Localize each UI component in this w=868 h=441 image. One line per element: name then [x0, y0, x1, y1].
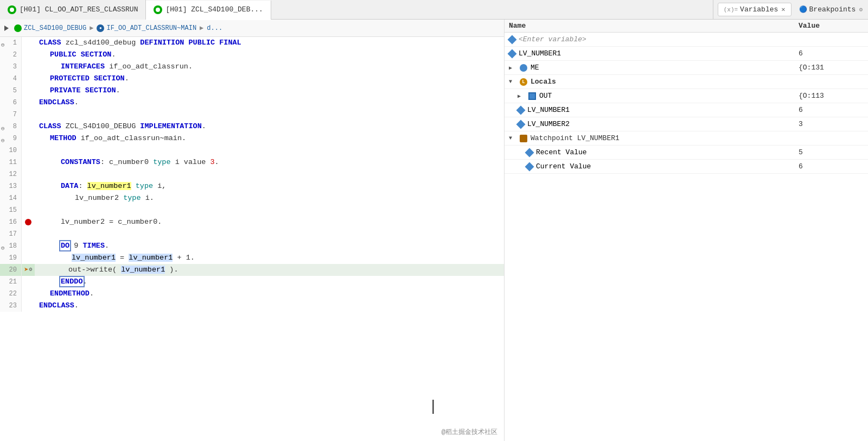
code-line-5: 5 PRIVATE SECTION.	[0, 85, 504, 97]
line-num-11: 11	[0, 156, 22, 168]
line-num-15: 15	[0, 204, 22, 216]
tab-1-label: [H01] CL_OO_ADT_RES_CLASSRUN	[20, 5, 138, 14]
code-line-2: 2 PUBLIC SECTION.	[0, 49, 504, 61]
tab-breakpoints-label: Breakpoints	[809, 5, 856, 14]
code-area[interactable]: ⊖ 1 CLASS zcl_s4d100_debug DEFINITION PU…	[0, 37, 504, 441]
var-recent-value-name: Recent Value	[526, 148, 799, 156]
var-locals-group[interactable]: ▼ L Locals	[505, 75, 868, 89]
watermark: @稻土掘金技术社区	[442, 427, 497, 437]
gutter-22	[22, 288, 35, 300]
gutter-21	[22, 276, 35, 288]
enter-variable-row[interactable]: <Enter variable>	[505, 33, 868, 47]
var-me-value: {O:131	[799, 64, 864, 72]
line-num-20: 20	[0, 264, 22, 276]
var-diamond-1	[508, 49, 517, 58]
text-cursor: |	[429, 398, 438, 415]
watchpoint-expand-btn[interactable]: ▼	[509, 135, 516, 141]
gutter-11	[22, 156, 35, 168]
var-recent-value-value: 5	[799, 148, 864, 156]
line-num-1: ⊖ 1	[0, 37, 22, 49]
var-lv-number2-local-label: LV_NUMBER2	[527, 120, 570, 128]
line-content-21: ENDDO.	[35, 276, 504, 288]
var-lv-number2-local-name: LV_NUMBER2	[518, 120, 799, 128]
line-content-8: CLASS ZCL_S4D100_DEBUG IMPLEMENTATION.	[35, 121, 504, 133]
out-expand-btn[interactable]: ▶	[518, 93, 525, 99]
var-lv-number1-top[interactable]: LV_NUMBER1 6	[505, 47, 868, 61]
tab-breakpoints[interactable]: 🔵 Breakpoints ⚙	[794, 3, 868, 16]
variables-table[interactable]: Name Value <Enter variable> LV_NUMBER1 6	[505, 20, 868, 441]
line-num-9: ⊖ 9	[0, 133, 22, 144]
right-panel: Name Value <Enter variable> LV_NUMBER1 6	[505, 20, 868, 441]
tab-1-icon	[8, 5, 16, 14]
editor-panel: ZCL_S4D100_DEBUG ▶ ● IF_OO_ADT_CLASSRUN~…	[0, 20, 505, 441]
var-watchpoint-name: ▼ Watchpoint LV_NUMBER1	[509, 134, 799, 142]
var-lv-number1-top-label: LV_NUMBER1	[519, 49, 561, 58]
var-locals-name: ▼ L Locals	[509, 78, 799, 86]
gutter-20: ➤ ⚙	[22, 264, 35, 276]
class-icon	[14, 24, 22, 32]
variables-header: Name Value	[505, 20, 868, 33]
line-num-17: 17	[0, 228, 22, 240]
line-num-7: 7	[0, 109, 22, 121]
line-num-2: 2	[0, 49, 22, 61]
gutter-19	[22, 252, 35, 264]
breadcrumb: ZCL_S4D100_DEBUG ▶ ● IF_OO_ADT_CLASSRUN~…	[0, 20, 504, 37]
me-expand-btn[interactable]: ▶	[509, 65, 516, 71]
code-line-17: 17	[0, 228, 504, 240]
line-num-13: 13	[0, 180, 22, 192]
code-line-21: 21 ENDDO.	[0, 276, 504, 288]
code-line-16: 16 lv_number2 = c_number0.	[0, 216, 504, 228]
tab-2[interactable]: [H01] ZCL_S4D100_DEB...	[146, 1, 271, 20]
line-content-13: DATA: lv_number1 type i,	[35, 180, 504, 192]
tab-variables[interactable]: (x)= Variables ✕	[718, 3, 792, 16]
line-num-12: 12	[0, 168, 22, 180]
line-content-1: CLASS zcl_s4d100_debug DEFINITION PUBLIC…	[35, 37, 504, 49]
line-content-11: CONSTANTS: c_number0 type i value 3.	[35, 156, 504, 168]
line-content-17	[35, 228, 504, 240]
gutter-5	[22, 85, 35, 97]
var-icon-watch	[520, 135, 527, 142]
line-content-9: METHOD if_oo_adt_classrun~main.	[35, 133, 504, 144]
col-name-header: Name	[509, 22, 799, 30]
code-line-12: 12	[0, 168, 504, 180]
var-lv-number1-local-value: 6	[799, 106, 864, 114]
breakpoint-16[interactable]	[25, 219, 31, 225]
var-lv-number2-local[interactable]: LV_NUMBER2 3	[505, 117, 868, 131]
breadcrumb-sep-2: ▶	[200, 24, 203, 32]
line-content-23: ENDCLASS.	[35, 300, 504, 312]
line-content-12	[35, 168, 504, 180]
breadcrumb-item-3[interactable]: d...	[207, 24, 222, 32]
code-line-23: 23 ENDCLASS.	[0, 300, 504, 312]
code-line-22: 22 ENDMETHOD.	[0, 288, 504, 300]
var-recent-value-label: Recent Value	[536, 148, 587, 156]
tab-1[interactable]: [H01] CL_OO_ADT_RES_CLASSRUN	[0, 0, 146, 20]
line-content-5: PRIVATE SECTION.	[35, 85, 504, 97]
breadcrumb-item-2[interactable]: IF_OO_ADT_CLASSRUN~MAIN	[106, 24, 196, 32]
code-line-15: 15	[0, 204, 504, 216]
breakpoints-icon: 🔵	[799, 5, 807, 14]
breadcrumb-item-1[interactable]: ZCL_S4D100_DEBUG	[24, 24, 86, 32]
line-num-3: 3	[0, 61, 22, 73]
code-line-3: 3 INTERFACES if_oo_adt_classrun.	[0, 61, 504, 73]
var-out[interactable]: ▶ OUT {O:113	[505, 89, 868, 103]
code-line-8: ⊖ 8 CLASS ZCL_S4D100_DEBUG IMPLEMENTATIO…	[0, 121, 504, 133]
line-content-2: PUBLIC SECTION.	[35, 49, 504, 61]
var-me[interactable]: ▶ ME {O:131	[505, 61, 868, 75]
locals-expand-btn[interactable]: ▼	[509, 79, 516, 85]
line-content-6: ENDCLASS.	[35, 97, 504, 109]
var-icon-me	[520, 64, 527, 72]
var-out-value: {O:113	[799, 92, 864, 100]
var-recent-value[interactable]: Recent Value 5	[505, 146, 868, 160]
gutter-6	[22, 97, 35, 109]
var-me-name: ▶ ME	[509, 64, 799, 72]
var-watchpoint[interactable]: ▼ Watchpoint LV_NUMBER1	[505, 131, 868, 146]
tab-variables-close[interactable]: ✕	[781, 5, 785, 14]
var-lv-number1-local[interactable]: LV_NUMBER1 6	[505, 103, 868, 117]
code-line-7: 7	[0, 109, 504, 121]
enter-variable-label[interactable]: <Enter variable>	[519, 35, 586, 43]
interface-icon: ●	[97, 24, 104, 32]
gutter-7	[22, 109, 35, 121]
var-current-value[interactable]: Current Value 6	[505, 160, 868, 174]
var-locals-label: Locals	[531, 78, 556, 86]
code-line-11: 11 CONSTANTS: c_number0 type i value 3.	[0, 156, 504, 168]
